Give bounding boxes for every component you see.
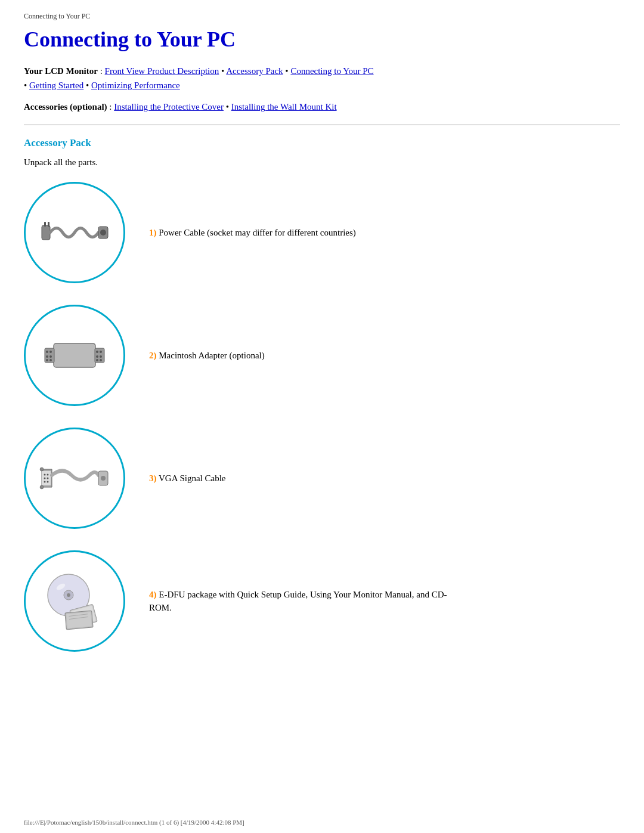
svg-point-19 (100, 359, 102, 361)
accessory-item-1: 1) Power Cable (socket may differ for di… (24, 182, 620, 283)
svg-rect-37 (66, 612, 92, 628)
item-3-num: 3) (149, 473, 157, 483)
svg-point-8 (49, 351, 52, 353)
accessory-item-2: 2) Macintosh Adapter (optional) (24, 305, 620, 406)
svg-point-9 (46, 355, 48, 358)
svg-point-14 (96, 351, 98, 353)
item-4-desc: 4) E-DFU package with Quick Setup Guide,… (149, 588, 447, 615)
nav-link-protective-cover[interactable]: Installing the Protective Cover (114, 102, 224, 112)
accessory-item-4: 4) E-DFU package with Quick Setup Guide,… (24, 550, 620, 652)
svg-point-11 (46, 359, 48, 361)
nav-section-accessories: Accessories (optional) : Installing the … (24, 100, 620, 114)
svg-point-15 (100, 351, 102, 353)
item-4-image (24, 550, 125, 652)
svg-point-12 (49, 359, 52, 361)
item-2-text: Macintosh Adapter (optional) (159, 351, 264, 360)
svg-point-32 (67, 593, 70, 597)
divider (24, 125, 620, 125)
nav-link-getting-started[interactable]: Getting Started (29, 80, 83, 90)
section-heading: Accessory Pack (24, 137, 620, 149)
svg-point-23 (47, 478, 49, 479)
accessories-bullet: • (226, 102, 231, 112)
svg-point-7 (46, 351, 48, 353)
svg-point-28 (40, 467, 44, 471)
nav-bullet-1: • (221, 66, 226, 76)
svg-point-10 (49, 355, 52, 358)
item-1-image (24, 182, 125, 283)
item-2-num: 2) (149, 351, 157, 360)
item-3-image (24, 428, 125, 529)
nav-link-optimizing[interactable]: Optimizing Performance (91, 80, 180, 90)
svg-point-24 (44, 481, 46, 483)
nav-link-front-view[interactable]: Front View Product Description (105, 66, 219, 76)
svg-point-27 (101, 476, 106, 481)
svg-point-29 (40, 485, 44, 489)
svg-point-4 (100, 230, 106, 236)
svg-rect-5 (54, 343, 95, 367)
item-1-text: Power Cable (socket may differ for diffe… (159, 228, 356, 237)
nav-link-wall-mount[interactable]: Installing the Wall Mount Kit (231, 102, 337, 112)
svg-point-17 (100, 355, 102, 358)
svg-point-21 (47, 474, 49, 476)
svg-rect-1 (44, 222, 46, 227)
nav-separator-0: : (100, 66, 105, 76)
status-bar: file:///E|/Potomac/english/150b/install/… (24, 819, 244, 826)
nav-link-connecting[interactable]: Connecting to Your PC (290, 66, 373, 76)
svg-point-20 (44, 474, 46, 476)
item-4-num: 4) (149, 590, 157, 599)
item-3-text: VGA Signal Cable (159, 473, 226, 483)
nav-bullet-4: • (86, 80, 91, 90)
browser-bar: Connecting to Your PC (24, 12, 620, 21)
your-lcd-label: Your LCD Monitor (24, 66, 98, 76)
page-title: Connecting to Your PC (24, 27, 620, 52)
nav-link-accessory-pack[interactable]: Accessory Pack (226, 66, 283, 76)
svg-rect-2 (48, 222, 49, 227)
nav-bullet-3: • (24, 80, 29, 90)
item-4-text: E-DFU package with Quick Setup Guide, Us… (149, 590, 447, 613)
item-2-image (24, 305, 125, 406)
item-1-desc: 1) Power Cable (socket may differ for di… (149, 226, 356, 240)
svg-point-25 (47, 481, 49, 483)
accessories-label: Accessories (optional) (24, 102, 107, 112)
unpack-text: Unpack all the parts. (24, 157, 620, 168)
item-2-desc: 2) Macintosh Adapter (optional) (149, 349, 265, 363)
svg-point-22 (44, 478, 46, 479)
svg-point-18 (96, 359, 98, 361)
svg-point-16 (96, 355, 98, 358)
nav-section-monitor: Your LCD Monitor : Front View Product De… (24, 64, 620, 92)
item-1-num: 1) (149, 228, 157, 237)
item-3-desc: 3) VGA Signal Cable (149, 472, 225, 485)
accessory-item-3: 3) VGA Signal Cable (24, 428, 620, 529)
